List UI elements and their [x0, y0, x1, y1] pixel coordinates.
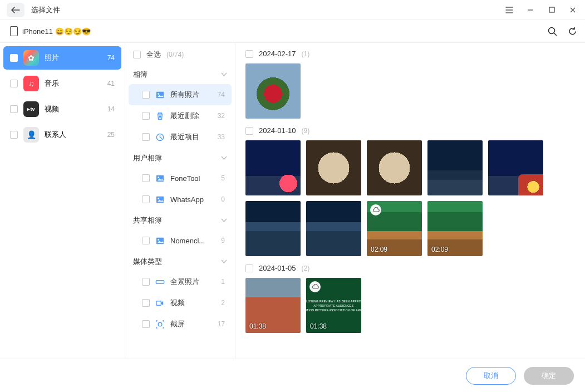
- svg-point-10: [158, 239, 159, 241]
- photo-thumbnail[interactable]: [488, 140, 543, 195]
- nav-item-video[interactable]: ▸tv 视频 14: [3, 97, 121, 121]
- photo-icon: [155, 195, 165, 204]
- album-section-head[interactable]: 用户相簿: [125, 148, 235, 168]
- album-checkbox[interactable]: [142, 91, 150, 99]
- album-count: 0: [221, 195, 225, 203]
- minimize-button[interactable]: [520, 2, 540, 18]
- select-all-checkbox[interactable]: [133, 51, 141, 58]
- video-duration: 01:38: [310, 322, 327, 330]
- nav-item-photos[interactable]: ✿ 照片 74: [3, 46, 121, 70]
- album-label: FoneTool: [170, 174, 215, 183]
- svg-point-13: [158, 322, 162, 326]
- cancel-button[interactable]: 取消: [466, 367, 516, 385]
- date-group-head[interactable]: 2024-01-05 (2): [245, 264, 575, 272]
- date-group-head[interactable]: 2024-02-17 (1): [245, 50, 575, 58]
- album-checkbox[interactable]: [142, 195, 150, 203]
- album-checkbox[interactable]: [142, 112, 150, 120]
- album-item[interactable]: Nomencl... 9: [129, 230, 232, 251]
- arrow-left-icon: [11, 6, 20, 14]
- section-title: 媒体类型: [133, 257, 221, 267]
- album-item[interactable]: 截屏 17: [129, 313, 232, 335]
- photo-thumbnail[interactable]: [367, 140, 422, 195]
- date-checkbox[interactable]: [245, 127, 253, 135]
- photo-thumbnail[interactable]: [245, 140, 301, 195]
- photo-thumbnail[interactable]: [245, 63, 301, 119]
- date-checkbox[interactable]: [245, 264, 253, 272]
- nav-checkbox[interactable]: [10, 131, 18, 139]
- photo-thumbnail[interactable]: [427, 140, 483, 195]
- album-section-head[interactable]: 共享相簿: [125, 210, 235, 230]
- album-item[interactable]: 所有照片 74: [129, 84, 232, 105]
- titlebar: 选择文件: [0, 0, 585, 20]
- video-thumbnail[interactable]: 02:09: [367, 201, 422, 256]
- back-button[interactable]: [7, 3, 24, 17]
- nav-checkbox[interactable]: [10, 80, 18, 87]
- photo-thumbnail[interactable]: [245, 201, 301, 256]
- album-checkbox[interactable]: [142, 133, 150, 141]
- category-sidebar: ✿ 照片 74 ♫ 音乐 41 ▸tv 视频 14 👤 联系人 25: [0, 43, 125, 359]
- search-icon: [548, 27, 557, 36]
- select-all-count: (0/74): [166, 51, 184, 58]
- ok-button[interactable]: 确定: [524, 367, 574, 385]
- clock-icon: [155, 133, 165, 142]
- nav-label: 照片: [45, 53, 107, 63]
- photo-icon: [155, 236, 165, 246]
- maximize-button[interactable]: [542, 2, 562, 18]
- date-group-head[interactable]: 2024-01-10 (9): [245, 126, 575, 135]
- cloud-badge: [309, 281, 321, 292]
- album-checkbox[interactable]: [142, 299, 150, 307]
- svg-point-8: [158, 198, 159, 199]
- album-item[interactable]: 视频 2: [129, 292, 232, 313]
- svg-rect-11: [156, 280, 164, 283]
- refresh-button[interactable]: [567, 26, 577, 36]
- album-section-head[interactable]: 相簿: [125, 64, 235, 84]
- select-all-row[interactable]: 全选 (0/74): [125, 43, 235, 64]
- video-duration: 02:09: [371, 246, 387, 253]
- photo-icon: [155, 90, 165, 100]
- album-checkbox[interactable]: [142, 320, 150, 328]
- device-name: iPhone11 😄😌😏😎: [22, 27, 91, 36]
- album-item[interactable]: 全景照片 1: [129, 271, 232, 292]
- album-count: 9: [221, 237, 225, 244]
- nav-count: 25: [107, 131, 115, 139]
- svg-rect-2: [156, 91, 164, 97]
- svg-point-3: [158, 93, 159, 95]
- date-label: 2024-01-10: [259, 126, 296, 135]
- album-checkbox[interactable]: [142, 237, 150, 244]
- album-count: 32: [218, 112, 225, 120]
- nav-checkbox[interactable]: [10, 54, 18, 62]
- nav-item-music[interactable]: ♫ 音乐 41: [3, 72, 121, 95]
- footer: 取消 确定: [0, 359, 585, 392]
- video-thumbnail[interactable]: 01:38: [245, 278, 301, 333]
- album-checkbox[interactable]: [142, 174, 150, 182]
- nav-item-contacts[interactable]: 👤 联系人 25: [3, 123, 121, 146]
- date-checkbox[interactable]: [245, 50, 253, 58]
- nav-checkbox[interactable]: [10, 105, 18, 113]
- device-bar: iPhone11 😄😌😏😎: [0, 20, 585, 42]
- section-title: 共享相簿: [133, 215, 221, 226]
- chevron-down-icon: [221, 259, 227, 264]
- video-thumbnail[interactable]: OLLOWING PREVIEW HAS BEEN APPROVEAPPROPR…: [306, 278, 361, 333]
- photo-grid-panel[interactable]: 2024-02-17 (1) 2024-01-10 (9)02:0902:09 …: [235, 43, 585, 359]
- album-count: 1: [221, 278, 225, 286]
- album-item[interactable]: WhatsApp 0: [129, 189, 232, 210]
- album-label: 最近项目: [170, 132, 212, 142]
- photo-icon: [155, 174, 165, 183]
- minimize-icon: [527, 7, 534, 13]
- preview-text: MOTION PICTURE ASSOCIATION OF AMERI: [306, 308, 361, 312]
- album-item[interactable]: FoneTool 5: [129, 168, 232, 189]
- svg-rect-5: [156, 175, 164, 181]
- video-thumbnail[interactable]: 02:09: [427, 201, 483, 256]
- album-item[interactable]: 最近项目 33: [129, 126, 232, 148]
- hamburger-button[interactable]: [499, 2, 519, 18]
- album-count: 33: [218, 133, 225, 141]
- photo-thumbnail[interactable]: [306, 201, 361, 256]
- album-checkbox[interactable]: [142, 278, 150, 286]
- search-button[interactable]: [547, 26, 557, 36]
- close-button[interactable]: [563, 2, 583, 18]
- maximize-icon: [549, 7, 555, 13]
- album-section-head[interactable]: 媒体类型: [125, 251, 235, 271]
- album-item[interactable]: 最近删除 32: [129, 105, 232, 126]
- photo-thumbnail[interactable]: [306, 140, 361, 195]
- date-count: (1): [302, 50, 310, 58]
